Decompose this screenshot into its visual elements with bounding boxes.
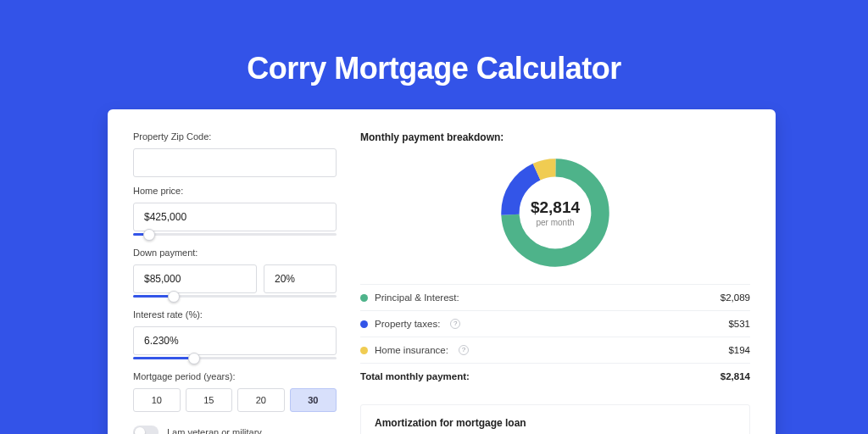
interest-rate-label: Interest rate (%):: [133, 309, 337, 320]
down-payment-label: Down payment:: [133, 248, 337, 258]
zip-input[interactable]: [133, 148, 337, 177]
down-payment-slider-thumb[interactable]: [168, 291, 180, 303]
legend-label: Property taxes:: [375, 319, 440, 329]
period-label: Mortgage period (years):: [133, 371, 337, 381]
legend-total-row: Total monthly payment: $2,814: [360, 363, 750, 389]
interest-rate-input[interactable]: [133, 326, 337, 355]
legend-label: Home insurance:: [375, 345, 448, 355]
veteran-toggle[interactable]: [133, 426, 159, 434]
breakdown-column: Monthly payment breakdown: $2,814 per mo…: [360, 131, 750, 434]
zip-field: Property Zip Code:: [133, 131, 337, 177]
interest-rate-field: Interest rate (%):: [133, 309, 337, 359]
veteran-row: I am veteran or military: [133, 426, 337, 434]
interest-rate-slider[interactable]: [133, 357, 337, 359]
period-option-15[interactable]: 15: [186, 388, 233, 412]
legend-label: Principal & Interest:: [375, 292, 459, 303]
legend-value: $194: [728, 345, 750, 355]
page-title: Corry Mortgage Calculator: [0, 0, 868, 86]
legend-rows: Principal & Interest:$2,089Property taxe…: [360, 284, 750, 363]
veteran-label: I am veteran or military: [167, 427, 262, 434]
legend-row: Home insurance:?$194: [360, 337, 750, 363]
help-icon[interactable]: ?: [450, 319, 460, 329]
legend-row: Property taxes:?$531: [360, 310, 750, 337]
down-payment-slider[interactable]: [133, 295, 337, 298]
period-option-20[interactable]: 20: [237, 388, 285, 412]
down-payment-field: Down payment:: [133, 248, 337, 298]
veteran-toggle-knob: [135, 427, 145, 434]
legend-dot: [360, 294, 368, 302]
period-field: Mortgage period (years): 10 15 20 30: [133, 371, 337, 412]
legend-total-value: $2,814: [721, 371, 750, 381]
down-payment-amount-input[interactable]: [133, 264, 257, 293]
form-column: Property Zip Code: Home price: Down paym…: [133, 131, 337, 434]
calculator-card: Property Zip Code: Home price: Down paym…: [108, 109, 776, 434]
legend-value: $531: [728, 319, 750, 329]
home-price-label: Home price:: [133, 186, 337, 196]
home-price-slider-thumb[interactable]: [143, 229, 155, 241]
legend-value: $2,089: [721, 292, 750, 303]
amortization-heading: Amortization for mortgage loan: [375, 417, 736, 429]
interest-rate-slider-thumb[interactable]: [188, 353, 200, 364]
period-option-10[interactable]: 10: [133, 388, 181, 412]
help-icon[interactable]: ?: [459, 345, 469, 355]
donut-center-sub: per month: [536, 218, 574, 227]
zip-label: Property Zip Code:: [133, 131, 337, 142]
down-payment-percent-input[interactable]: [264, 264, 337, 293]
legend-dot: [360, 320, 368, 328]
breakdown-heading: Monthly payment breakdown:: [360, 131, 750, 143]
home-price-field: Home price:: [133, 186, 337, 236]
donut-center-amount: $2,814: [531, 198, 580, 217]
legend-dot: [360, 347, 368, 354]
home-price-slider[interactable]: [133, 233, 337, 236]
donut-chart-area: $2,814 per month: [360, 153, 750, 272]
home-price-input[interactable]: [133, 203, 337, 231]
legend-row: Principal & Interest:$2,089: [360, 284, 750, 310]
amortization-section: Amortization for mortgage loan Amortizat…: [360, 404, 750, 434]
legend-total-label: Total monthly payment:: [360, 371, 470, 381]
period-option-30[interactable]: 30: [290, 388, 337, 412]
